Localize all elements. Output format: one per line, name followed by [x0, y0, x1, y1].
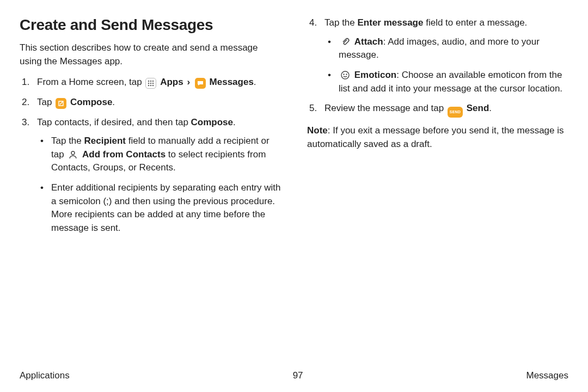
step-4-bullets: Attach: Add images, audio, and more to y…	[324, 35, 568, 96]
svg-point-2	[152, 81, 154, 82]
svg-point-7	[150, 85, 152, 87]
step-4: Tap the Enter message field to enter a m…	[307, 16, 568, 95]
step-3-bullets: Tap the Recipient field to manually add …	[37, 134, 281, 235]
note-text: : If you exit a message before you send …	[307, 125, 564, 149]
step-5: Review the message and tap SEND Send.	[307, 102, 568, 118]
emoticon-icon	[340, 70, 351, 81]
step-4-text-a: Tap the	[324, 17, 358, 28]
messages-label: Messages	[210, 77, 254, 87]
add-from-contacts-label: Add from Contacts	[82, 149, 166, 160]
two-column-layout: Create and Send Messages This section de…	[20, 16, 568, 242]
apps-label: Apps	[160, 77, 183, 87]
step-4-bullet-1: Attach: Add images, audio, and more to y…	[324, 35, 568, 62]
emoticon-label: Emoticon	[354, 70, 396, 80]
right-column: Tap the Enter message field to enter a m…	[307, 16, 568, 242]
svg-point-10	[341, 71, 349, 79]
apps-icon	[145, 78, 156, 89]
svg-point-8	[152, 85, 154, 87]
step-1: From a Home screen, tap Apps › Messages.	[20, 76, 281, 89]
step-3-text-a: Tap contacts, if desired, and then tap	[37, 117, 191, 127]
note-paragraph: Note: If you exit a message before you s…	[307, 124, 568, 151]
svg-point-6	[148, 85, 150, 87]
attach-icon	[340, 36, 351, 47]
svg-point-0	[148, 81, 150, 82]
compose-label: Compose	[70, 97, 112, 107]
steps-list-right: Tap the Enter message field to enter a m…	[307, 16, 568, 118]
page-footer: Applications 97 Messages	[20, 370, 568, 381]
step-1-text-b: .	[254, 77, 256, 87]
compose-label-2: Compose	[191, 117, 233, 127]
step-3: Tap contacts, if desired, and then tap C…	[20, 116, 281, 235]
svg-point-12	[346, 74, 347, 75]
document-page: Create and Send Messages This section de…	[0, 0, 588, 392]
svg-point-11	[344, 74, 344, 75]
send-icon: SEND	[448, 107, 463, 118]
step-3-text-b: .	[233, 117, 236, 127]
messages-icon	[195, 78, 206, 89]
note-label: Note	[307, 125, 328, 136]
step-5-text-a: Review the message and tap	[324, 103, 446, 113]
step-2-text-b: .	[112, 97, 115, 107]
svg-point-3	[148, 83, 150, 84]
step-1-text-a: From a Home screen, tap	[37, 77, 144, 87]
intro-text: This section describes how to create and…	[20, 41, 281, 68]
svg-point-4	[150, 83, 152, 84]
steps-list-left: From a Home screen, tap Apps › Messages.…	[20, 76, 281, 235]
page-title: Create and Send Messages	[20, 16, 281, 34]
step-2: Tap Compose.	[20, 96, 281, 109]
send-label: Send	[467, 103, 489, 113]
footer-left: Applications	[20, 370, 70, 381]
step-2-text-a: Tap	[37, 97, 54, 107]
left-column: Create and Send Messages This section de…	[20, 16, 281, 242]
enter-message-label: Enter message	[358, 17, 424, 28]
step-5-text-b: .	[489, 103, 492, 113]
footer-page-number: 97	[293, 370, 303, 381]
step-3-bullet-2: Enter additional recipients by separatin…	[37, 181, 281, 235]
svg-point-1	[150, 81, 152, 82]
compose-icon	[56, 98, 66, 109]
chevron-icon: ›	[186, 77, 191, 87]
svg-point-9	[71, 151, 75, 155]
step-3-bullet-1-a: Tap the	[51, 136, 84, 146]
step-4-bullet-2: Emoticon: Choose an available emoticon f…	[324, 69, 568, 95]
contact-icon	[68, 149, 78, 160]
recipient-label: Recipient	[84, 136, 126, 146]
footer-right: Messages	[526, 370, 568, 381]
step-4-text-b: field to enter a message.	[423, 17, 527, 28]
svg-point-5	[152, 83, 154, 84]
step-3-bullet-1: Tap the Recipient field to manually add …	[37, 134, 281, 175]
attach-label: Attach	[354, 36, 383, 47]
